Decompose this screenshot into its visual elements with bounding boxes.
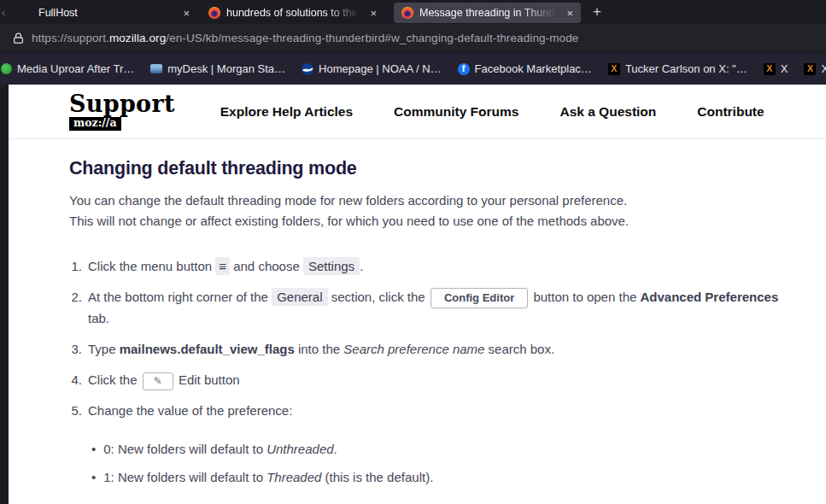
- bookmark-x-2[interactable]: X: [804, 62, 826, 75]
- article: Changing default threading mode You can …: [9, 139, 826, 504]
- address-bar[interactable]: https://support.mozilla.org/en-US/kb/mes…: [0, 24, 826, 53]
- logo-title: Support: [69, 92, 175, 115]
- nav-ask-a-question[interactable]: Ask a Question: [559, 104, 656, 120]
- settings-menu-chip: Settings: [303, 257, 360, 275]
- edit-pencil-button: ✎: [143, 372, 173, 390]
- bookmark-mydesk[interactable]: myDesk | Morgan Sta…: [150, 62, 285, 75]
- step-text: Click the menu button: [88, 259, 215, 273]
- tab-title: hundreds of solutions to the: [226, 7, 364, 19]
- mydesk-icon: [150, 64, 162, 73]
- bookmark-label: Media Uproar After Tr…: [17, 62, 134, 75]
- bookmark-noaa[interactable]: Homepage | NOAA / N…: [302, 62, 442, 75]
- support-page: Support moz://a Explore Help Articles Co…: [9, 85, 826, 504]
- step-text: tab.: [88, 311, 109, 325]
- bookmarks-bar: Media Uproar After Tr… myDesk | Morgan S…: [0, 53, 826, 85]
- step-number: 2.: [69, 287, 82, 329]
- list-item: 0: New folders will default to Unthreade…: [91, 439, 780, 460]
- nav-explore-help-articles[interactable]: Explore Help Articles: [220, 104, 353, 120]
- step-number: 4.: [69, 370, 82, 390]
- step-text: section, click the: [328, 290, 429, 304]
- url-text[interactable]: https://support.mozilla.org/en-US/kb/mes…: [32, 32, 578, 44]
- step-5: 5.Change the value of the preference: 0:…: [69, 401, 780, 495]
- tab-hundreds-of-solutions[interactable]: hundreds of solutions to the×: [201, 3, 384, 23]
- step-text: search box.: [484, 342, 554, 356]
- browser-window: ‹ FullHost× hundreds of solutions to the…: [0, 0, 826, 85]
- noaa-icon: [302, 63, 313, 75]
- x-icon: [608, 63, 620, 75]
- mozilla-wordmark: moz://a: [69, 117, 121, 131]
- bookmark-media-uproar[interactable]: Media Uproar After Tr…: [1, 62, 134, 75]
- italic-text: Threaded: [267, 470, 321, 484]
- step-number: 1.: [69, 256, 82, 277]
- x-icon: [764, 63, 776, 75]
- tab-bar: ‹ FullHost× hundreds of solutions to the…: [0, 0, 826, 24]
- article-heading: Changing default threading mode: [69, 158, 792, 179]
- lock-icon[interactable]: [13, 32, 24, 44]
- x-icon: [804, 63, 816, 75]
- bookmark-facebook[interactable]: Facebook Marketplac…: [458, 62, 592, 75]
- nav-community-forums[interactable]: Community Forums: [394, 104, 518, 120]
- url-path: /en-US/kb/message-threading-thunderbird#…: [166, 32, 578, 44]
- fullhost-favicon: [21, 8, 32, 19]
- italic-text: Unthreaded: [267, 442, 333, 456]
- tab-scroll-left-icon[interactable]: ‹: [2, 6, 12, 19]
- bookmark-label: Tucker Carlson on X: "…: [625, 62, 747, 75]
- bold-text: Advanced Preferences: [641, 290, 779, 304]
- value-options-list: 0: New folders will default to Unthreade…: [91, 439, 780, 488]
- step-text: Type: [88, 342, 120, 356]
- firefox-favicon: [208, 7, 220, 19]
- step-number: 5.: [69, 401, 82, 495]
- browser-content-area: Support moz://a Explore Help Articles Co…: [0, 85, 826, 504]
- bookmark-label: X: [821, 62, 826, 75]
- new-tab-button[interactable]: +: [593, 3, 601, 21]
- step-text: Click the: [88, 372, 141, 387]
- step-2: 2.At the bottom right corner of the Gene…: [69, 287, 780, 329]
- intro-text: You can change the default threading mod…: [69, 190, 792, 211]
- instruction-steps: 1.Click the menu button ≡ and choose Set…: [69, 256, 780, 504]
- menu-icon: ≡: [215, 257, 230, 275]
- nav-contribute[interactable]: Contribute: [697, 104, 764, 120]
- step-4: 4.Click the ✎ Edit button: [69, 370, 780, 390]
- step-text: .: [360, 259, 363, 273]
- url-prefix: https://support.: [32, 32, 109, 44]
- step-number: 3.: [69, 339, 82, 360]
- step-text: .: [334, 442, 337, 456]
- intro-text: This will not change or affect existing …: [69, 211, 792, 231]
- site-header: Support moz://a Explore Help Articles Co…: [9, 85, 826, 139]
- bookmark-label: Homepage | NOAA / N…: [319, 62, 442, 75]
- preference-name-text: mailnews.default_view_flags: [120, 342, 295, 356]
- step-1: 1.Click the menu button ≡ and choose Set…: [69, 256, 780, 277]
- tab-title: Message threading in Thund: [419, 7, 560, 19]
- facebook-icon: [458, 63, 470, 75]
- bookmark-tucker-x[interactable]: Tucker Carlson on X: "…: [608, 62, 747, 75]
- bookmark-label: myDesk | Morgan Sta…: [167, 62, 285, 75]
- bookmark-label: Facebook Marketplac…: [475, 62, 592, 75]
- step-text: 0: New folders will default to: [103, 442, 267, 456]
- tab-title: FullHost: [38, 7, 177, 19]
- step-text: At the bottom right corner of the: [88, 290, 272, 304]
- site-nav: Explore Help Articles Community Forums A…: [220, 104, 764, 120]
- step-3: 3.Type mailnews.default_view_flags into …: [69, 339, 780, 360]
- close-icon[interactable]: ×: [183, 8, 190, 19]
- close-icon[interactable]: ×: [566, 8, 573, 19]
- tab-fullhost[interactable]: FullHost×: [14, 3, 197, 23]
- italic-text: Search preference name: [343, 342, 484, 356]
- firefox-favicon: [401, 7, 413, 19]
- sumo-logo[interactable]: Support moz://a: [69, 92, 175, 131]
- bookmark-label: X: [781, 62, 788, 75]
- tab-message-threading-active[interactable]: Message threading in Thund×: [394, 3, 581, 23]
- step-text: into the: [295, 342, 344, 356]
- step-text: button to open the: [530, 290, 640, 304]
- step-text: (this is the default).: [321, 470, 433, 484]
- url-domain: mozilla.org: [109, 32, 166, 44]
- step-text: 1: New folders will default to: [103, 470, 267, 484]
- close-icon[interactable]: ×: [370, 8, 377, 19]
- green-dot-icon: [1, 63, 12, 74]
- config-editor-button: Config Editor: [431, 288, 528, 308]
- step-text: Edit button: [175, 372, 240, 387]
- step-text: and choose: [230, 259, 303, 273]
- bookmark-x-1[interactable]: X: [764, 62, 788, 75]
- general-section-chip: General: [272, 288, 327, 306]
- list-item: 1: New folders will default to Threaded …: [91, 467, 780, 488]
- step-text: Change the value of the preference:: [88, 403, 292, 418]
